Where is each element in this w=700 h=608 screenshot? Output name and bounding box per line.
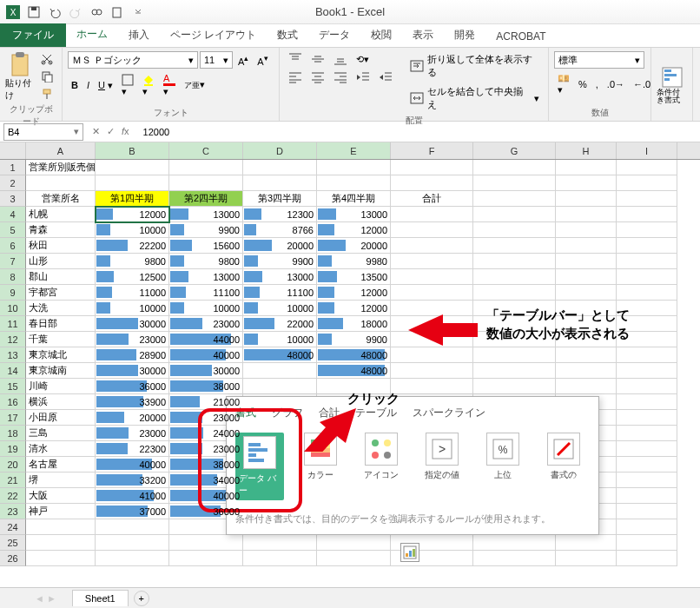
cell[interactable] <box>96 519 169 535</box>
cell[interactable]: 13000 <box>169 207 243 222</box>
cell[interactable] <box>391 379 473 394</box>
cell[interactable]: 第2四半期 <box>169 191 243 207</box>
cell[interactable]: 23000 <box>96 426 169 441</box>
decrease-font-icon[interactable]: A▾ <box>254 51 271 69</box>
cell[interactable]: 28900 <box>96 347 169 363</box>
cell[interactable]: 11100 <box>243 285 317 301</box>
row-header[interactable]: 25 <box>0 535 26 551</box>
cell[interactable] <box>617 504 677 519</box>
row-header[interactable]: 18 <box>0 426 26 441</box>
cell[interactable] <box>26 175 96 191</box>
increase-indent-icon[interactable] <box>375 69 396 85</box>
cell[interactable] <box>617 207 677 222</box>
qa-option-top[interactable]: % 上位 <box>479 433 527 500</box>
cell[interactable] <box>473 254 556 269</box>
row-header[interactable]: 23 <box>0 504 26 519</box>
cell[interactable] <box>473 379 556 394</box>
cell[interactable]: 清水 <box>26 441 96 457</box>
cell[interactable] <box>391 160 473 175</box>
cell[interactable]: 10000 <box>243 332 317 347</box>
cell[interactable] <box>617 488 677 504</box>
fill-color-button[interactable]: ▾ <box>139 72 158 99</box>
cell[interactable] <box>617 379 677 394</box>
cell[interactable] <box>617 238 677 254</box>
cell[interactable]: 13000 <box>243 269 317 285</box>
comma-icon[interactable]: , <box>592 77 602 91</box>
cell[interactable]: 第3四半期 <box>243 191 317 207</box>
cell[interactable] <box>26 519 96 535</box>
cell[interactable]: 23000 <box>169 316 243 332</box>
cell[interactable] <box>96 160 169 175</box>
cell[interactable] <box>391 222 473 238</box>
cell[interactable]: 41000 <box>96 488 169 504</box>
formula-input[interactable]: 12000 <box>138 127 700 137</box>
cell[interactable]: 第1四半期 <box>96 191 169 207</box>
cell[interactable] <box>26 535 96 551</box>
cell[interactable]: 40000 <box>96 457 169 473</box>
col-header-D[interactable]: D <box>243 142 317 159</box>
cell[interactable] <box>556 269 617 285</box>
cell[interactable] <box>556 207 617 222</box>
increase-font-icon[interactable]: A▴ <box>234 51 252 69</box>
cell[interactable]: 9800 <box>169 254 243 269</box>
cell[interactable]: 18000 <box>317 316 391 332</box>
tab-view[interactable]: 表示 <box>402 23 444 47</box>
row-header[interactable]: 5 <box>0 222 26 238</box>
cell[interactable]: 30000 <box>169 363 243 379</box>
cell[interactable]: 13000 <box>169 269 243 285</box>
cell[interactable]: 48000 <box>317 363 391 379</box>
row-header[interactable]: 8 <box>0 269 26 285</box>
tab-developer[interactable]: 開発 <box>444 23 485 47</box>
cell[interactable] <box>243 551 317 566</box>
tab-formulas[interactable]: 数式 <box>267 23 308 47</box>
align-middle-icon[interactable] <box>307 51 328 67</box>
cell[interactable]: 10000 <box>96 222 169 238</box>
cell[interactable]: 12300 <box>243 207 317 222</box>
cell[interactable]: 秋田 <box>26 238 96 254</box>
cell[interactable] <box>169 175 243 191</box>
row-header[interactable]: 16 <box>0 394 26 410</box>
cell[interactable] <box>169 535 243 551</box>
cell[interactable] <box>556 363 617 379</box>
cell[interactable]: 東京城北 <box>26 347 96 363</box>
row-header[interactable]: 19 <box>0 441 26 457</box>
row-header[interactable]: 7 <box>0 254 26 269</box>
cell[interactable] <box>617 441 677 457</box>
cell[interactable] <box>243 160 317 175</box>
cell[interactable]: 9900 <box>169 222 243 238</box>
row-header[interactable]: 14 <box>0 363 26 379</box>
cell[interactable] <box>556 379 617 394</box>
cell[interactable]: 22200 <box>96 238 169 254</box>
underline-button[interactable]: U ▾ <box>95 78 116 93</box>
align-left-icon[interactable] <box>285 69 306 85</box>
percent-icon[interactable]: % <box>575 77 591 91</box>
file-tab[interactable]: ファイル <box>0 23 66 47</box>
increase-decimal-icon[interactable]: .0→ <box>604 77 628 91</box>
cell[interactable]: 9980 <box>317 254 391 269</box>
cell[interactable]: 8766 <box>243 222 317 238</box>
cell[interactable]: 30000 <box>96 316 169 332</box>
cell[interactable]: 合計 <box>391 191 473 207</box>
cell[interactable]: 13000 <box>317 207 391 222</box>
font-color-button[interactable]: A▾ <box>160 71 179 99</box>
cell[interactable]: 37000 <box>96 504 169 519</box>
cell[interactable]: 20000 <box>243 238 317 254</box>
cell[interactable]: 青森 <box>26 222 96 238</box>
cell[interactable] <box>473 207 556 222</box>
cell[interactable] <box>556 347 617 363</box>
confirm-formula-icon[interactable]: ✓ <box>107 126 115 137</box>
qat-customize-icon[interactable] <box>129 3 148 22</box>
paste-button[interactable]: 貼り付け <box>5 51 34 102</box>
cell[interactable] <box>473 347 556 363</box>
cell[interactable] <box>96 535 169 551</box>
cell[interactable] <box>556 175 617 191</box>
qa-tab-table[interactable]: テーブル <box>355 406 397 420</box>
cell[interactable] <box>556 551 617 566</box>
cell[interactable]: 12000 <box>317 301 391 316</box>
merge-center-button[interactable]: セルを結合して中央揃え ▾ <box>406 83 543 113</box>
cell[interactable] <box>96 175 169 191</box>
font-name-combo[interactable]: ＭＳ Ｐゴシック▾ <box>68 51 198 69</box>
cell[interactable]: 22000 <box>243 316 317 332</box>
row-header[interactable]: 17 <box>0 410 26 426</box>
sheet-tab-1[interactable]: Sheet1 <box>72 590 129 606</box>
